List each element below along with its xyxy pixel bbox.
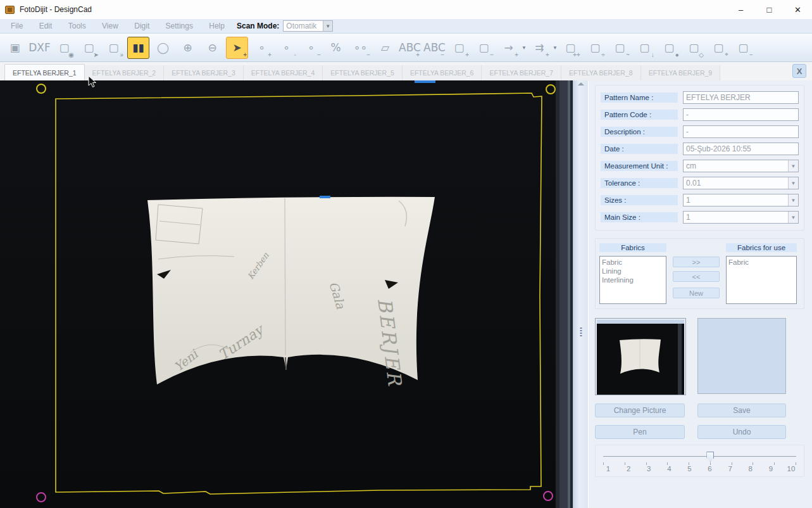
toolbar-12-icon[interactable]: ∘ − — [300, 37, 322, 59]
toolbar-26-icon[interactable]: ▢ ● — [658, 37, 680, 59]
panel-splitter[interactable] — [573, 80, 589, 508]
mouse-cursor — [88, 75, 97, 88]
toolbar-5-icon[interactable]: ▮▮ — [127, 37, 149, 59]
toolbar-4-icon[interactable]: ▢ » — [103, 37, 125, 59]
toolbar-1-icon[interactable]: DXF — [28, 37, 51, 59]
toolbar-8-icon[interactable]: ⊖ — [201, 37, 223, 59]
toolbar-icon-subglyph: ◉ — [68, 51, 74, 58]
toolbar-28-icon[interactable]: ▢ ⌖ — [708, 37, 730, 59]
save-button[interactable]: Save — [697, 403, 786, 417]
tab-4[interactable]: EFTELYA BERJER_5 — [323, 65, 403, 80]
menu-item-3[interactable]: View — [95, 22, 125, 30]
field-input[interactable]: cm ▼ — [683, 160, 799, 172]
pattern-info-group: Pattern Name : EFTELYA BERJER ▼ Pattern … — [595, 85, 804, 231]
chevron-down-icon[interactable]: ▼ — [553, 45, 558, 51]
tab-5[interactable]: EFTELYA BERJER_6 — [403, 65, 482, 80]
chevron-down-icon[interactable]: ▼ — [323, 21, 332, 31]
scan-mode-dropdown[interactable]: Otomatik ▼ — [283, 20, 333, 32]
close-button[interactable]: ✕ — [784, 0, 812, 19]
toolbar-0-icon[interactable]: ▣ — [4, 37, 26, 59]
slider-label-6: 7 — [725, 465, 735, 473]
chevron-down-icon[interactable]: ▼ — [788, 160, 798, 172]
tab-3[interactable]: EFTELYA BERJER_4 — [244, 65, 323, 80]
menu-item-2[interactable]: Tools — [61, 22, 93, 30]
chevron-down-icon[interactable]: ▼ — [522, 45, 527, 51]
toolbar-19-icon[interactable]: ▢ − — [473, 37, 495, 59]
undo-button[interactable]: Undo — [697, 425, 786, 439]
scan-thumbnail[interactable] — [595, 318, 686, 395]
tab-0[interactable]: EFTELYA BERJER_1 — [4, 64, 85, 80]
toolbar-14-icon[interactable]: ∘∘ − — [349, 37, 372, 59]
toolbar-18-icon[interactable]: ▢ + — [448, 37, 470, 59]
slider-track[interactable] — [603, 451, 796, 462]
toolbar-29-icon[interactable]: ▢ − — [732, 37, 754, 59]
menu-item-4[interactable]: Digit — [127, 22, 156, 30]
toolbar-17-icon[interactable]: ABC − — [423, 37, 446, 59]
change-picture-button[interactable]: Change Picture — [595, 403, 685, 417]
toolbar-23-icon[interactable]: ▢ ÷ — [584, 37, 606, 59]
fabrics-for-use-list[interactable]: Fabric — [726, 256, 797, 304]
fabrics-use-item-0[interactable]: Fabric — [728, 258, 794, 267]
slider-label-3: 4 — [664, 465, 674, 473]
toolbar-icon-glyph: % — [330, 41, 340, 54]
toolbar-24-icon[interactable]: ▢ ~ — [609, 37, 631, 59]
slider-thumb[interactable] — [706, 452, 714, 462]
tab-7[interactable]: EFTELYA BERJER_8 — [561, 65, 641, 80]
chevron-down-icon[interactable]: ▼ — [788, 212, 798, 223]
field-input[interactable]: 0.01 ▼ — [683, 177, 799, 189]
chevron-down-icon[interactable]: ▼ — [788, 194, 798, 206]
menu-item-1[interactable]: Edit — [32, 22, 59, 30]
toolbar-7-icon[interactable]: ⊕ — [177, 37, 199, 59]
toolbar-icon-glyph: ▢ — [108, 41, 118, 54]
tab-6[interactable]: EFTELYA BERJER_7 — [482, 65, 561, 80]
toolbar-13-icon[interactable]: % — [325, 37, 347, 59]
toolbar-3-icon[interactable]: ▢ ➤ — [78, 37, 100, 59]
new-fabric-button[interactable]: New — [673, 288, 720, 298]
toolbar-11-icon[interactable]: ∘ ◦ — [275, 37, 297, 59]
toolbar-icon-glyph: ▢ — [713, 41, 723, 54]
scan-canvas[interactable]: BERJER Gala Turnay Yeni Kerben — [0, 80, 573, 508]
toolbar-icon-glyph: ▢ — [59, 41, 69, 54]
collapse-up-icon[interactable] — [578, 82, 584, 86]
field-input[interactable]: 1 ▼ — [683, 194, 799, 206]
field-input[interactable]: - ▼ — [683, 108, 799, 121]
toolbar-9-icon[interactable]: ➤ + — [226, 37, 248, 59]
chevron-down-icon[interactable]: ▼ — [788, 177, 798, 189]
toolbar-6-icon[interactable]: ◯ — [152, 37, 174, 59]
fabrics-list-item-1[interactable]: Lining — [602, 267, 664, 276]
close-tab-button[interactable]: X — [792, 64, 806, 78]
maximize-button[interactable]: □ — [755, 0, 784, 19]
menu-item-5[interactable]: Settings — [159, 22, 200, 30]
toolbar-icon-glyph: → — [504, 41, 513, 54]
slider-label-2: 3 — [644, 465, 654, 473]
toolbar-15-icon[interactable]: ▱ — [374, 37, 396, 59]
minimize-button[interactable]: – — [727, 0, 755, 19]
field-input[interactable]: - ▼ — [683, 125, 799, 138]
field-input[interactable]: 1 ▼ — [683, 211, 799, 224]
field-row-7: Main Size : 1 ▼ — [601, 211, 799, 224]
move-right-button[interactable]: >> — [673, 257, 720, 267]
tab-2[interactable]: EFTELYA BERJER_3 — [164, 65, 244, 80]
toolbar-10-icon[interactable]: ∘ + — [251, 37, 273, 59]
toolbar-27-icon[interactable]: ▢ ◇ — [683, 37, 705, 59]
toolbar-22-icon[interactable]: ▢ ++ — [559, 37, 582, 59]
move-left-button[interactable]: << — [673, 271, 720, 282]
toolbar-2-icon[interactable]: ▢ ◉ — [53, 37, 75, 59]
toolbar-16-icon[interactable]: ABC + — [399, 37, 421, 59]
fabrics-list-item-0[interactable]: Fabric — [602, 258, 664, 267]
result-preview-box[interactable] — [697, 318, 786, 394]
tab-8[interactable]: EFTELYA BERJER_9 — [641, 65, 721, 80]
field-input[interactable]: 05-Şub-2026 10:55 ▼ — [683, 143, 799, 155]
toolbar-20-icon[interactable]: → + — [497, 37, 520, 59]
splitter-grip[interactable] — [580, 327, 582, 336]
field-input[interactable]: EFTELYA BERJER ▼ — [683, 91, 799, 104]
field-row-4: Measurement Unit : cm ▼ — [601, 160, 799, 172]
toolbar-icon-glyph: ▱ — [381, 41, 389, 54]
pen-button[interactable]: Pen — [595, 425, 685, 439]
fabrics-list[interactable]: FabricLiningInterlining — [599, 256, 666, 304]
toolbar-21-icon[interactable]: ⇉ + — [528, 37, 551, 59]
toolbar-25-icon[interactable]: ▢ ↓ — [634, 37, 656, 59]
fabrics-list-item-2[interactable]: Interlining — [602, 276, 664, 284]
menu-item-6[interactable]: Help — [202, 22, 232, 30]
menu-item-0[interactable]: File — [4, 22, 30, 30]
